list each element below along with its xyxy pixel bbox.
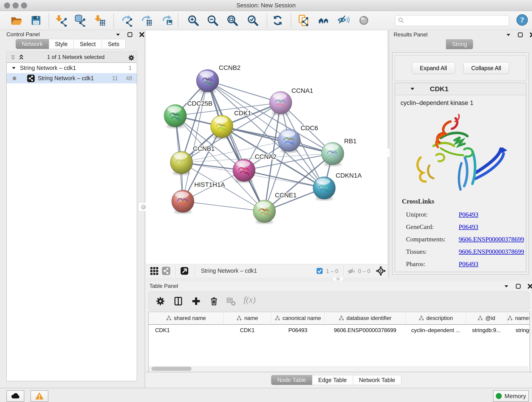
column-header-description[interactable]: description [405,312,466,325]
node-CDKN1A[interactable]: CDKN1A [313,172,362,201]
open-in-window-icon[interactable] [180,266,189,275]
crosslink-link[interactable]: P06493 [459,211,478,218]
edge-CCNA2-CDKN1A[interactable] [244,170,324,188]
node-CCNA1[interactable]: CCNA1 [269,87,313,115]
node-HIST1H1A[interactable]: HIST1H1A [172,181,225,214]
panel-menu-icon[interactable] [503,283,509,289]
float-window-icon[interactable] [517,32,523,38]
float-window-icon[interactable] [515,283,521,289]
node-CCNE1[interactable]: CCNE1 [253,191,297,224]
tab-node-table[interactable]: Node Table [271,375,312,385]
cell[interactable]: CDK1 [149,325,223,336]
window-close-button[interactable] [4,2,10,8]
crosslink-link[interactable]: 9606.ENSP00000378699 [459,236,524,243]
column-header-database-identifier[interactable]: database identifier [325,312,406,325]
table-horizontal-scrollbar[interactable] [149,366,529,371]
edge-HIST1H1A-CCNE1[interactable] [183,201,264,211]
string-tab-icon[interactable] [162,266,171,275]
edge-CCNB2-CCNE1[interactable] [208,81,264,211]
scrollbar-thumb[interactable] [152,367,191,371]
column-header-canonical-name[interactable]: canonical name [271,312,324,325]
show-columns-icon[interactable] [173,296,184,306]
tab-sets[interactable]: Sets [102,39,126,49]
panel-menu-icon[interactable] [505,32,511,38]
cell[interactable]: P06493 [271,325,324,336]
window-minimize-button[interactable] [13,2,19,8]
close-panel-icon[interactable] [139,32,145,38]
crosslink-link[interactable]: P06493 [459,223,478,230]
hide-selected-icon[interactable] [337,14,350,27]
collapse-all-button[interactable]: Collapse All [463,62,509,74]
new-network-icon[interactable] [121,14,133,27]
tab-select[interactable]: Select [74,39,102,49]
birds-eye-crosshair-icon[interactable] [375,266,386,276]
zoom-selected-icon[interactable] [247,14,259,27]
column-header-namespace[interactable]: namespace [507,312,530,325]
edge-CCNB2-CCNA1[interactable] [208,81,281,103]
panel-menu-icon[interactable] [115,32,121,38]
cell[interactable]: stringdb:9... [466,325,507,336]
search-input[interactable] [406,16,506,25]
cell[interactable]: stringdb [507,325,530,336]
zoom-fit-icon[interactable] [226,14,239,27]
collection-expand-icon[interactable] [11,65,18,70]
import-network-file-icon[interactable] [55,14,67,27]
add-column-icon[interactable] [191,296,201,306]
zoom-out-icon[interactable] [206,14,219,27]
network-options-gear-icon[interactable] [128,54,133,60]
tab-network-table[interactable]: Network Table [353,375,401,385]
selected-checkbox-icon[interactable] [316,267,323,274]
node-result-section: CDK1 cyclin–dependent kinase 1 [395,83,526,272]
zoom-in-icon[interactable] [187,14,199,27]
section-collapse-icon[interactable] [410,86,416,92]
clone-network-icon[interactable] [298,14,310,27]
memory-button[interactable]: Memory [493,390,529,402]
table-options-gear-icon[interactable] [155,296,166,306]
import-table-icon[interactable] [94,14,106,27]
node-table[interactable]: shared namenamecanonical namedatabase id… [148,312,530,372]
delete-column-icon[interactable] [209,296,219,306]
network-view[interactable]: CCNB2 CCNA1 CDC25B CDK1 CDC6 [146,31,387,277]
float-window-icon[interactable] [127,32,133,38]
cell[interactable]: cyclin–dependent ... [405,325,466,336]
close-panel-icon[interactable] [529,32,532,38]
cell[interactable]: 9606.ENSP00000378699 [325,325,406,336]
table-row[interactable]: CDK1CDK1P064939606.ENSP00000378699cyclin… [149,325,530,336]
node-CCNB1[interactable]: CCNB1 [170,145,215,175]
warnings-button[interactable] [31,390,48,402]
crosslink-link[interactable]: 9606.ENSP00000378699 [459,248,524,255]
cloud-button[interactable] [6,390,24,402]
search-box[interactable] [395,15,509,26]
column-header-name[interactable]: name [223,312,271,325]
network-row-selected[interactable]: String Network – cdk1 11 48 [7,73,137,83]
tab-style[interactable]: Style [49,39,74,49]
network-graph[interactable]: CCNB2 CCNA1 CDC25B CDK1 CDC6 [146,31,387,264]
node-RB1[interactable]: RB1 [322,138,356,166]
tab-string[interactable]: String [446,39,473,49]
collapse-all-networks-icon[interactable] [10,54,16,60]
refresh-icon[interactable] [272,14,284,27]
open-file-icon[interactable] [10,14,22,27]
expand-all-networks-icon[interactable] [18,54,24,60]
column-header--id[interactable]: @id [466,312,507,325]
node-label-CCNB1: CCNB1 [193,145,215,152]
cell[interactable]: CDK1 [223,325,271,336]
save-session-icon[interactable] [30,14,42,27]
node-section-header[interactable]: CDK1 [395,83,526,95]
window-zoom-button[interactable] [21,2,27,8]
import-network-database-icon[interactable] [73,14,85,27]
crosslink-link[interactable]: P06493 [459,260,478,268]
help-icon[interactable]: ? [516,14,528,26]
tab-network[interactable]: Network [16,39,49,49]
hidden-eye-icon[interactable] [347,267,355,275]
grid-view-icon[interactable] [150,266,159,275]
close-panel-icon[interactable] [527,283,532,289]
new-table-icon[interactable] [140,14,153,27]
first-neighbors-icon[interactable] [317,14,330,27]
show-all-icon[interactable] [358,14,370,27]
export-image-icon[interactable] [161,14,173,27]
network-collection-row[interactable]: String Network – cdk1 1 [7,63,137,73]
tab-edge-table[interactable]: Edge Table [312,375,353,385]
column-header-shared-name[interactable]: shared name [149,312,223,325]
expand-all-button[interactable]: Expand All [412,62,455,74]
